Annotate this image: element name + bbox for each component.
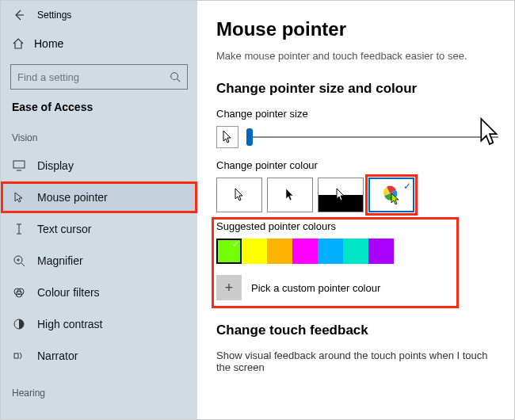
home-label: Home xyxy=(34,37,63,50)
page-subtitle: Make mouse pointer and touch feedback ea… xyxy=(216,50,498,62)
sidebar-item-label: Narrator xyxy=(37,349,78,362)
svg-line-6 xyxy=(177,79,181,82)
svg-point-5 xyxy=(171,73,178,80)
sidebar-item-label: Colour filters xyxy=(37,286,100,299)
text-cursor-icon xyxy=(12,223,26,235)
sidebar-item-mouse-pointer[interactable]: Mouse pointer xyxy=(1,181,197,213)
sidebar-item-colour-filters[interactable]: Colour filters xyxy=(1,277,197,308)
size-preview-large xyxy=(478,116,502,148)
sidebar-item-text-cursor[interactable]: Text cursor xyxy=(1,213,197,245)
sidebar-item-label: Display xyxy=(37,159,74,172)
sidebar-item-label: Magnifier xyxy=(37,254,83,267)
touch-title: Change touch feedback xyxy=(216,323,498,338)
swatch-blue[interactable] xyxy=(318,239,343,264)
swatch-lime[interactable] xyxy=(216,239,242,264)
slider-track xyxy=(246,136,498,138)
touch-desc: Show visual feedback around the touch po… xyxy=(216,349,498,373)
colour-tile-inverted[interactable] xyxy=(318,178,364,212)
titlebar: Settings xyxy=(1,1,197,29)
high-contrast-icon xyxy=(12,318,26,330)
size-preview-small xyxy=(216,126,238,148)
swatch-purple[interactable] xyxy=(368,239,394,264)
home-icon xyxy=(12,37,25,50)
colour-tile-black[interactable] xyxy=(267,178,313,212)
sidebar-item-label: High contrast xyxy=(37,318,102,330)
custom-colour-label: Pick a custom pointer colour xyxy=(251,282,380,294)
magnifier-icon xyxy=(12,254,26,267)
pointer-colour-options: ✓ xyxy=(216,178,498,212)
group-vision: Vision xyxy=(1,124,197,150)
main-content: Mouse pointer Make mouse pointer and tou… xyxy=(197,1,514,419)
settings-window: Settings Home Ease of Access Vision Disp… xyxy=(0,0,515,420)
back-button[interactable] xyxy=(6,2,32,29)
colour-label: Change pointer colour xyxy=(216,159,498,171)
app-title: Settings xyxy=(37,10,71,21)
display-icon xyxy=(12,160,26,171)
plus-icon: + xyxy=(216,275,242,300)
sidebar-item-narrator[interactable]: Narrator xyxy=(1,340,197,372)
category-title: Ease of Access xyxy=(1,101,197,124)
search-icon xyxy=(170,71,181,82)
sidebar-item-label: Mouse pointer xyxy=(37,191,108,204)
svg-rect-20 xyxy=(14,353,18,358)
size-label: Change pointer size xyxy=(216,108,498,120)
colour-tile-custom[interactable]: ✓ xyxy=(368,178,414,212)
page-title: Mouse pointer xyxy=(216,18,498,40)
sidebar-item-display[interactable]: Display xyxy=(1,150,197,181)
mouse-pointer-icon xyxy=(12,191,26,204)
home-nav[interactable]: Home xyxy=(1,29,197,58)
sidebar-item-label: Text cursor xyxy=(37,223,91,235)
sidebar: Settings Home Ease of Access Vision Disp… xyxy=(1,1,197,419)
swatch-magenta[interactable] xyxy=(292,239,318,264)
search-input[interactable] xyxy=(17,71,170,83)
narrator-icon xyxy=(12,349,26,362)
pointer-size-control xyxy=(216,126,498,148)
section-size-colour: Change pointer size and colour xyxy=(216,81,498,97)
swatch-teal[interactable] xyxy=(343,239,368,264)
search-box[interactable] xyxy=(10,64,188,90)
svg-rect-7 xyxy=(13,161,25,168)
sidebar-item-magnifier[interactable]: Magnifier xyxy=(1,245,197,277)
slider-thumb[interactable] xyxy=(246,128,253,146)
svg-line-13 xyxy=(21,263,25,266)
suggested-label: Suggested pointer colours xyxy=(216,220,498,232)
check-icon: ✓ xyxy=(403,181,411,192)
swatch-amber[interactable] xyxy=(267,239,292,264)
swatch-yellow[interactable] xyxy=(242,239,267,264)
custom-colour-button[interactable]: + Pick a custom pointer colour xyxy=(216,275,498,300)
colour-tile-white[interactable] xyxy=(216,178,262,212)
pointer-size-slider[interactable] xyxy=(246,128,498,147)
sidebar-item-high-contrast[interactable]: High contrast xyxy=(1,308,197,340)
colour-filters-icon xyxy=(12,286,26,299)
suggested-colours-section: Suggested pointer colours + Pick a custo… xyxy=(216,220,498,302)
group-hearing: Hearing xyxy=(1,380,197,405)
suggested-swatches xyxy=(216,239,498,264)
touch-feedback-section: Change touch feedback Show visual feedba… xyxy=(216,323,498,373)
